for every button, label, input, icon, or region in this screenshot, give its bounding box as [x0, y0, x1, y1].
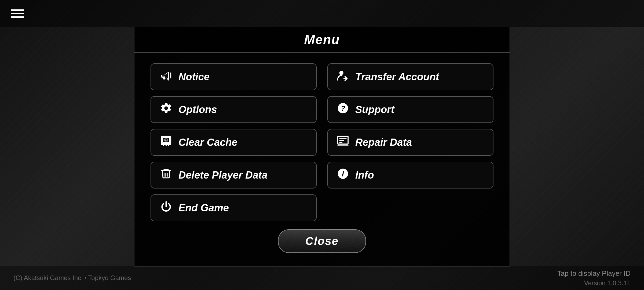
hamburger-button[interactable]: [11, 9, 24, 18]
svg-rect-5: [163, 137, 170, 143]
info-label: Info: [355, 169, 374, 181]
delete-player-data-button[interactable]: Delete Player Data: [151, 162, 317, 189]
close-label: Close: [305, 235, 339, 247]
clear-cache-icon: [159, 135, 173, 150]
close-button[interactable]: Close: [278, 229, 366, 253]
close-button-row: Close: [151, 229, 493, 253]
tap-player-id[interactable]: Tap to display Player ID: [557, 269, 631, 278]
transfer-account-label: Transfer Account: [355, 71, 439, 83]
clear-cache-label: Clear Cache: [178, 137, 237, 148]
delete-player-data-label: Delete Player Data: [178, 169, 268, 181]
gear-icon: [159, 102, 173, 117]
support-button[interactable]: ? Support: [327, 96, 493, 123]
end-game-label: End Game: [178, 202, 229, 214]
power-icon: [159, 200, 173, 215]
support-label: Support: [355, 104, 394, 115]
clear-cache-button[interactable]: Clear Cache: [151, 129, 317, 156]
megaphone-icon: [159, 69, 173, 84]
trash-icon: [159, 168, 173, 183]
button-grid: Notice Transfer Account Options: [151, 63, 493, 221]
svg-text:?: ?: [341, 104, 345, 113]
repair-data-button[interactable]: Repair Data: [327, 129, 493, 156]
svg-text:i: i: [342, 170, 344, 178]
transfer-icon: [336, 69, 350, 84]
notice-label: Notice: [178, 71, 210, 83]
repair-data-label: Repair Data: [355, 137, 412, 148]
top-bar: [0, 0, 644, 27]
bottom-bar: (C) Akatsuki Games Inc. / Topkyo Games T…: [0, 266, 644, 290]
menu-dialog: Menu Notice Transfer Acc: [134, 27, 510, 267]
menu-title-bar: Menu: [134, 27, 510, 53]
options-button[interactable]: Options: [151, 96, 317, 123]
info-button[interactable]: i Info: [327, 162, 493, 189]
notice-button[interactable]: Notice: [151, 63, 317, 90]
transfer-account-button[interactable]: Transfer Account: [327, 63, 493, 90]
repair-icon: [336, 135, 350, 150]
bottom-right-info: Tap to display Player ID Version 1.0.3.1…: [557, 269, 631, 287]
menu-title: Menu: [151, 32, 493, 47]
version-text: Version 1.0.3.11: [584, 279, 631, 287]
info-icon: i: [336, 168, 350, 183]
end-game-button[interactable]: End Game: [151, 194, 317, 221]
options-label: Options: [178, 104, 217, 115]
question-icon: ?: [336, 102, 350, 117]
copyright-text: (C) Akatsuki Games Inc. / Topkyo Games: [13, 274, 131, 282]
svg-point-0: [339, 71, 343, 75]
